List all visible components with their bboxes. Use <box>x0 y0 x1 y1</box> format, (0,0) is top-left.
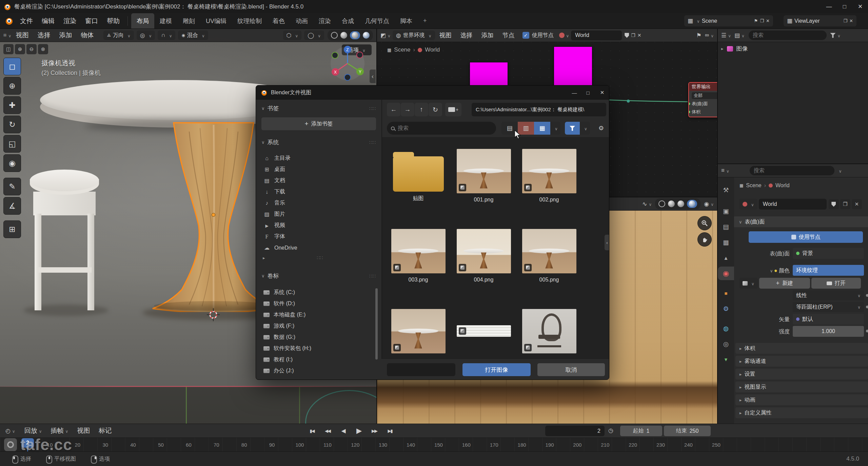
workspace-tab[interactable]: 着色 <box>267 13 290 28</box>
playback-menu[interactable]: 回放 <box>20 426 46 435</box>
collapsed-section-header[interactable]: 设置 <box>735 369 868 380</box>
properties-tab[interactable] <box>718 183 734 197</box>
playhead-line[interactable] <box>27 448 28 451</box>
file-item[interactable]: 005.png <box>516 226 582 306</box>
select-mode-subtract-button[interactable]: ⊖ <box>26 44 37 54</box>
decorator-dot[interactable] <box>866 294 868 297</box>
breadcrumb-world[interactable]: World <box>425 46 440 53</box>
snap-dropdown[interactable]: ∩ <box>158 31 175 40</box>
sidebar-expander-row[interactable]: ▸ ∷∷ <box>263 255 375 260</box>
filter-icon[interactable] <box>830 33 836 38</box>
viewport-menu-item[interactable]: 物体 <box>76 31 98 40</box>
shading-rendered-button[interactable] <box>363 32 370 39</box>
environment-texture-node-missing-image[interactable] <box>554 46 592 86</box>
volumes-scrollbar[interactable] <box>375 288 378 360</box>
workspace-tab[interactable]: 雕刻 <box>177 13 200 28</box>
overlays-dropdown[interactable]: ⬡ <box>283 31 302 40</box>
surface-value-button[interactable]: 背景 <box>793 248 864 259</box>
collapsed-section-header[interactable]: 动画 <box>735 394 868 405</box>
scene-selector[interactable]: ▦ Scene ⚑ ❐ ✕ <box>684 15 773 26</box>
viewport-menu-item[interactable]: 视图 <box>11 31 33 40</box>
volume-item[interactable]: 软件 (D:) <box>261 298 373 309</box>
close-icon[interactable]: ✕ <box>852 199 862 209</box>
frame-start-field[interactable]: 起始1 <box>620 426 662 436</box>
dialog-maximize-button[interactable]: □ <box>581 85 595 100</box>
file-thumbnail[interactable] <box>522 229 576 273</box>
window-minimize-button[interactable]: — <box>821 0 837 13</box>
breadcrumb-scene[interactable]: Scene <box>394 46 410 53</box>
breadcrumb-scene[interactable]: Scene <box>746 182 761 189</box>
use-nodes-button[interactable]: 使用节点 <box>749 231 863 243</box>
viewlayer-selector[interactable]: ▦ ViewLayer ❐ ✕ <box>784 15 856 26</box>
file-item[interactable]: 贴图 <box>386 146 451 226</box>
file-thumbnail[interactable] <box>457 229 511 273</box>
collapsed-section-header[interactable]: 视图显示 <box>735 382 868 392</box>
properties-tab[interactable] <box>718 337 734 351</box>
settings-gear-icon[interactable]: ⚙ <box>595 122 607 135</box>
editor-type-icon[interactable]: ⌗ <box>3 32 7 39</box>
tool-button[interactable] <box>3 220 21 238</box>
link-icon[interactable]: ∞ <box>705 32 709 39</box>
file-item[interactable] <box>451 306 516 358</box>
frame-end-field[interactable]: 结束250 <box>664 426 711 436</box>
workspace-tab[interactable]: 建模 <box>154 13 177 28</box>
file-sidebar-item[interactable]: 桌面 <box>261 164 376 175</box>
current-frame-field[interactable]: 2 <box>545 426 605 436</box>
file-sidebar-item[interactable]: 字体 <box>261 231 376 242</box>
world-name-field[interactable]: World <box>571 31 622 40</box>
pin-icon[interactable]: ⚑ <box>696 32 702 39</box>
properties-tab[interactable] <box>718 235 734 249</box>
properties-tab[interactable] <box>718 286 734 300</box>
file-thumbnail[interactable] <box>522 149 576 193</box>
fake-user-shield-icon[interactable] <box>829 199 839 209</box>
proportional-falloff-dropdown[interactable]: ◉ 混合 <box>178 31 208 40</box>
file-thumbnail[interactable] <box>391 229 446 273</box>
file-sidebar-item[interactable]: 下载 <box>261 186 376 197</box>
close-icon[interactable]: ✕ <box>637 33 642 38</box>
navigation-gizmo[interactable]: Z X Y <box>328 44 367 83</box>
file-sidebar-item[interactable]: 音乐 <box>261 197 376 209</box>
fake-user-shield-icon[interactable] <box>625 33 629 38</box>
menu-item[interactable]: 渲染 <box>59 17 81 25</box>
transport-button[interactable] <box>336 426 350 436</box>
decorator-dot[interactable] <box>866 330 868 332</box>
color-value-button[interactable]: 环境纹理 <box>793 265 864 276</box>
close-icon[interactable]: ✕ <box>849 18 853 23</box>
volume-item[interactable]: 游戏 (F:) <box>261 321 373 332</box>
timeline-ruler[interactable]: 1020304050607080901001101201301401501601… <box>0 438 868 451</box>
node-menu-item[interactable]: 节点 <box>498 31 519 39</box>
tool-button[interactable] <box>3 178 21 195</box>
workspace-tab[interactable]: 动画 <box>290 13 313 28</box>
file-search-input[interactable] <box>398 125 479 131</box>
shading-wireframe-button[interactable] <box>658 200 665 207</box>
strength-value-field[interactable]: 1.000 <box>793 326 864 337</box>
volume-item[interactable]: 教程 (I:) <box>261 354 373 365</box>
workspace-tab[interactable]: 几何节点 <box>359 13 395 28</box>
file-sidebar-item[interactable]: 主目录 <box>261 153 376 164</box>
filter-toggle-button-active[interactable] <box>565 122 580 135</box>
transport-button[interactable] <box>368 426 381 436</box>
projection-dropdown[interactable]: 等距圆柱(ERP) <box>793 302 864 312</box>
close-icon[interactable]: ✕ <box>766 18 770 23</box>
file-item[interactable]: 001.png <box>451 146 516 226</box>
dialog-titlebar[interactable]: Blender文件视图 — □ ✕ <box>256 85 609 100</box>
texture-node-missing-image[interactable] <box>470 62 508 86</box>
gizmo-y-label[interactable]: Y <box>359 70 361 74</box>
transform-orientation-dropdown[interactable]: ⟁ 万向 <box>103 31 134 40</box>
volume-item[interactable]: 办公 (J:) <box>261 365 373 376</box>
timeline-editor-icon[interactable]: ◴ <box>5 427 11 434</box>
properties-tab[interactable] <box>718 251 734 265</box>
world-browse-dropdown[interactable] <box>739 199 757 210</box>
surface-section-header[interactable]: 表(曲)面 <box>734 216 868 227</box>
node-menu-item[interactable]: 视图 <box>435 31 456 39</box>
file-search-box[interactable] <box>387 122 496 135</box>
shader-domain-dropdown[interactable]: ◍ 世界环境 <box>393 31 435 40</box>
volumes-section-header[interactable]: 卷标∷∷ <box>261 272 376 280</box>
image-browse-dropdown[interactable] <box>739 278 758 289</box>
new-folder-button[interactable]: + <box>445 103 461 116</box>
copy-icon[interactable]: ❐ <box>760 18 764 23</box>
file-thumbnail[interactable] <box>522 309 576 353</box>
shading-wireframe-button[interactable] <box>331 32 338 39</box>
zoom-button[interactable] <box>697 216 712 230</box>
shading-solid-button[interactable] <box>668 200 675 207</box>
